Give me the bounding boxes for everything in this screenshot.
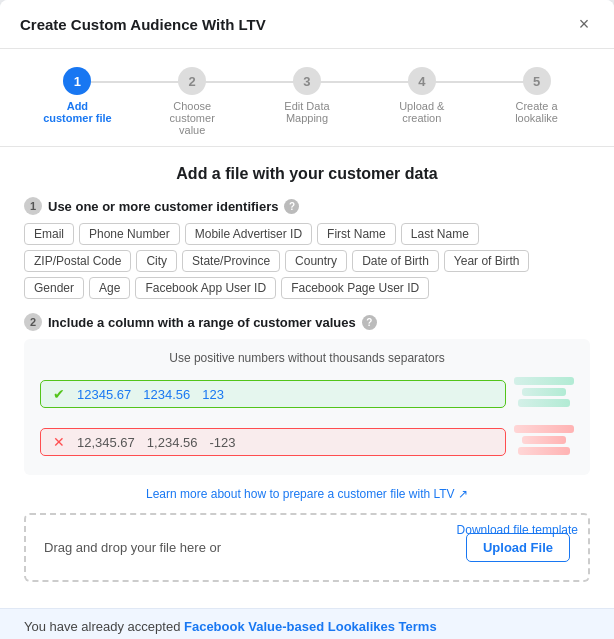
ltv-examples: ✔ 12345.67 1234.56 123 ✕ 12,345.67 — [40, 373, 574, 463]
section2-number: 2 — [24, 313, 42, 331]
ltv-bad-n3: -123 — [209, 435, 235, 450]
identifier-tag[interactable]: City — [136, 250, 177, 272]
learn-more-link[interactable]: Learn more about how to prepare a custom… — [146, 487, 468, 501]
modal-container: Create Custom Audience With LTV × 1 Add … — [0, 0, 614, 639]
step-label-4: Upload & creation — [387, 100, 457, 124]
step-2: 2 Choose customer value — [135, 67, 250, 136]
identifier-tag[interactable]: Date of Birth — [352, 250, 439, 272]
ltv-bad-row: ✕ 12,345.67 1,234.56 -123 — [40, 421, 574, 463]
close-button[interactable]: × — [574, 14, 594, 34]
stepper: 1 Add customer file 2 Choose customer va… — [0, 49, 614, 147]
identifier-tag[interactable]: Country — [285, 250, 347, 272]
step-circle-2: 2 — [178, 67, 206, 95]
identifier-tag[interactable]: Facebook App User ID — [135, 277, 276, 299]
identifier-tag[interactable]: Phone Number — [79, 223, 180, 245]
ltv-good-n1: 12345.67 — [77, 387, 131, 402]
check-icon: ✔ — [53, 386, 65, 402]
ltv-good-n2: 1234.56 — [143, 387, 190, 402]
step-label-1: Add customer file — [42, 100, 112, 124]
modal-content: Add a file with your customer data 1 Use… — [0, 147, 614, 608]
step-3: 3 Edit Data Mapping — [250, 67, 365, 124]
learn-more-text: Learn more about how to prepare a custom… — [146, 487, 455, 501]
section2-info-icon[interactable]: ? — [362, 315, 377, 330]
bad-illustration — [514, 425, 574, 455]
section1-info-icon[interactable]: ? — [284, 199, 299, 214]
learn-more-section: Learn more about how to prepare a custom… — [24, 487, 590, 501]
identifier-tag[interactable]: Age — [89, 277, 130, 299]
ltv-good-row: ✔ 12345.67 1234.56 123 — [40, 373, 574, 415]
section2-header: 2 Include a column with a range of custo… — [24, 313, 590, 331]
terms-link[interactable]: Facebook Value-based Lookalikes Terms — [184, 619, 437, 634]
identifier-tag[interactable]: Year of Birth — [444, 250, 530, 272]
step-circle-3: 3 — [293, 67, 321, 95]
upload-file-button[interactable]: Upload File — [466, 533, 570, 562]
identifier-tag[interactable]: Facebook Page User ID — [281, 277, 429, 299]
good-illustration — [514, 377, 574, 407]
identifier-tag[interactable]: Email — [24, 223, 74, 245]
terms-bar: You have already accepted Facebook Value… — [0, 608, 614, 639]
terms-prefix: You have already accepted — [24, 619, 184, 634]
step-circle-1: 1 — [63, 67, 91, 95]
section1-header: 1 Use one or more customer identifiers ? — [24, 197, 590, 215]
add-file-title: Add a file with your customer data — [24, 165, 590, 183]
identifier-tag[interactable]: Mobile Advertiser ID — [185, 223, 312, 245]
ltv-hint: Use positive numbers without thousands s… — [40, 351, 574, 365]
download-template-link[interactable]: Download file template — [457, 523, 578, 537]
identifier-tag[interactable]: Gender — [24, 277, 84, 299]
ltv-bad-box: ✕ 12,345.67 1,234.56 -123 — [40, 428, 506, 456]
modal-header: Create Custom Audience With LTV × — [0, 0, 614, 49]
step-circle-5: 5 — [523, 67, 551, 95]
drag-text: Drag and drop your file here or — [44, 540, 221, 555]
step-1: 1 Add customer file — [20, 67, 135, 124]
section1-label: Use one or more customer identifiers — [48, 199, 278, 214]
step-label-2: Choose customer value — [157, 100, 227, 136]
section1-number: 1 — [24, 197, 42, 215]
identifier-tag[interactable]: First Name — [317, 223, 396, 245]
tags-area: EmailPhone NumberMobile Advertiser IDFir… — [24, 223, 590, 299]
external-link-icon: ↗ — [458, 487, 468, 501]
ltv-bad-n2: 1,234.56 — [147, 435, 198, 450]
ltv-good-box: ✔ 12345.67 1234.56 123 — [40, 380, 506, 408]
identifier-tag[interactable]: Last Name — [401, 223, 479, 245]
ltv-section: Use positive numbers without thousands s… — [24, 339, 590, 475]
identifier-tag[interactable]: ZIP/Postal Code — [24, 250, 131, 272]
section2-label: Include a column with a range of custome… — [48, 315, 356, 330]
step-label-5: Create a lookalike — [502, 100, 572, 124]
upload-area: Download file template Drag and drop you… — [24, 513, 590, 582]
cross-icon: ✕ — [53, 434, 65, 450]
step-5: 5 Create a lookalike — [479, 67, 594, 124]
modal-title: Create Custom Audience With LTV — [20, 16, 266, 33]
step-4: 4 Upload & creation — [364, 67, 479, 124]
step-circle-4: 4 — [408, 67, 436, 95]
step-label-3: Edit Data Mapping — [272, 100, 342, 124]
identifier-tag[interactable]: State/Province — [182, 250, 280, 272]
ltv-bad-n1: 12,345.67 — [77, 435, 135, 450]
ltv-good-n3: 123 — [202, 387, 224, 402]
